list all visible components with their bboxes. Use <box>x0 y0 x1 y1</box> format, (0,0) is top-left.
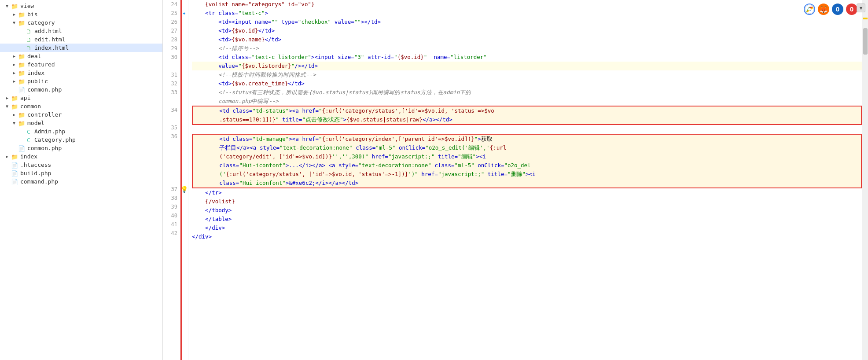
code-line-36a: <td class="td-manage"><a href="{:url('ca… <box>193 135 861 143</box>
sidebar-label-command-php: command.php <box>20 178 58 185</box>
sidebar-label-category-php: Category.php <box>34 136 76 143</box>
sidebar-item-controller[interactable]: ▶ 📁 controller <box>0 110 162 119</box>
line-num-34a: 34 <box>163 106 177 114</box>
red-box-36: <td class="td-manage"><a href="{:url('ca… <box>192 134 862 188</box>
editor-gutter: ◆ 💡 <box>180 0 188 360</box>
line-num-27: 27 <box>163 26 177 35</box>
code-line-31: <!--模板中时间戳转换为时间格式--> <box>192 70 862 79</box>
collapse-button[interactable]: ▼ <box>857 4 865 12</box>
chrome-icon[interactable] <box>804 4 815 15</box>
expand-arrow-api[interactable]: ▶ <box>4 96 11 100</box>
sidebar-item-admin-php[interactable]: C Admin.php <box>0 127 162 136</box>
sidebar-label-edit-html: edit.html <box>34 36 65 43</box>
sidebar-item-common[interactable]: ▼ 📁 common <box>0 102 162 110</box>
sidebar-item-model[interactable]: ▼ 📁 model <box>0 119 162 127</box>
expand-arrow-common[interactable]: ▼ <box>4 104 11 109</box>
line-num-42: 42 <box>163 229 177 238</box>
sidebar-item-common-php-view[interactable]: 📄 common.php <box>0 85 162 94</box>
expand-arrow-deal[interactable]: ▶ <box>11 54 18 59</box>
sidebar-item-edit-html[interactable]: 🗋 edit.html <box>0 35 162 44</box>
red-left-bar <box>180 0 182 360</box>
file-icon-edit-html: 🗋 <box>25 37 33 43</box>
sidebar-label-common: common <box>20 103 41 110</box>
code-line-36b: 子栏目</a><a style="text-decoration:none" c… <box>193 143 861 152</box>
sidebar-label-htaccess: .htaccess <box>20 162 51 168</box>
expand-arrow-index3[interactable]: ▶ <box>4 154 11 159</box>
code-line-38: {/volist} <box>192 197 862 206</box>
file-icon-command-php: 📄 <box>11 179 18 185</box>
sidebar-item-command-php[interactable]: 📄 command.php <box>0 177 162 186</box>
expand-arrow-bis[interactable]: ▶ <box>11 12 18 17</box>
line-num-31: 31 <box>163 70 177 79</box>
code-line-34a: <td class="td-status"><a href="{:url('ca… <box>193 107 861 115</box>
expand-arrow-index2[interactable]: ▶ <box>11 70 18 75</box>
expand-arrow-controller[interactable]: ▶ <box>11 112 18 117</box>
file-icon-build-php: 📄 <box>11 170 18 176</box>
sidebar-label-index2: index <box>27 70 44 76</box>
sidebar-item-common-php-common[interactable]: 📄 common.php <box>0 144 162 152</box>
code-line-36c: ('category/edit', ['id'=>$vo.id])}'','',… <box>193 152 861 161</box>
sidebar-item-view[interactable]: ▼ 📁 view <box>0 2 162 10</box>
expand-arrow-featured[interactable]: ▶ <box>11 62 18 67</box>
code-editor: 🦊 O O ▼ 24 25 26 27 28 29 30 31 32 33 34 <box>163 0 868 360</box>
expand-arrow-category[interactable]: ▼ <box>11 20 18 25</box>
sidebar-item-index3[interactable]: ▶ 📁 index <box>0 152 162 161</box>
expand-arrow-model[interactable]: ▼ <box>11 121 18 125</box>
code-line-32: <td>{$vo.create_time}</td> <box>192 79 862 88</box>
sidebar-item-build-php[interactable]: 📄 build.php <box>0 169 162 177</box>
sidebar-label-common-php-view: common.php <box>27 86 62 93</box>
svg-point-1 <box>808 8 811 11</box>
code-lines[interactable]: {volist name="categorys" id="vo"} <tr cl… <box>188 0 862 360</box>
opera-red-icon[interactable]: O <box>846 4 857 15</box>
expand-arrow-public[interactable]: ▶ <box>11 79 18 84</box>
sidebar-item-category[interactable]: ▼ 📁 category <box>0 18 162 27</box>
line-num-33a: 33 <box>163 88 177 97</box>
sidebar-label-add-html: add.html <box>34 28 62 34</box>
opera-blue-icon[interactable]: O <box>832 4 843 15</box>
code-line-41: </div> <box>192 224 862 232</box>
expand-arrow-view[interactable]: ▼ <box>4 4 11 8</box>
sidebar-item-featured[interactable]: ▶ 📁 featured <box>0 60 162 69</box>
scroll-thumb[interactable] <box>863 28 868 55</box>
sidebar-item-deal[interactable]: ▶ 📁 deal <box>0 52 162 60</box>
sidebar-item-htaccess[interactable]: 📄 .htaccess <box>0 161 162 169</box>
sidebar-label-model: model <box>27 120 44 126</box>
code-line-36f: class="Hui iconfont">&#xe6c2;</i></a></t… <box>193 179 861 187</box>
folder-icon-api: 📁 <box>11 95 18 101</box>
red-box-34: <td class="td-status"><a href="{:url('ca… <box>192 106 862 125</box>
sidebar-item-api[interactable]: ▶ 📁 api <box>0 94 162 102</box>
sidebar-item-category-php[interactable]: C Category.php <box>0 136 162 144</box>
editor-scrollbar[interactable] <box>862 0 868 360</box>
line-num-36f <box>163 176 177 185</box>
sidebar-item-index2[interactable]: ▶ 📁 index <box>0 69 162 77</box>
line-num-38: 38 <box>163 194 177 202</box>
code-line-26: <td><input name="" type="checkbox" value… <box>192 18 862 26</box>
line-num-36e <box>163 167 177 176</box>
sidebar-item-bis[interactable]: ▶ 📁 bis <box>0 10 162 18</box>
line-num-32: 32 <box>163 79 177 88</box>
sidebar-item-public[interactable]: ▶ 📁 public <box>0 77 162 85</box>
sidebar-label-public: public <box>27 78 48 84</box>
line-num-36b <box>163 141 177 150</box>
file-tree[interactable]: ▼ 📁 view ▶ 📁 bis ▼ 📁 category 🗋 add.html… <box>0 0 163 360</box>
code-line-34b: .status==1?0:1])}" title="点击修改状态">{$vo.s… <box>193 115 861 124</box>
line-num-34b <box>163 114 177 123</box>
folder-icon-common: 📁 <box>11 103 18 110</box>
line-num-37: 37 <box>163 185 177 194</box>
sidebar-label-view: view <box>20 3 34 9</box>
editor-content-area: 24 25 26 27 28 29 30 31 32 33 34 35 36 3… <box>163 0 868 360</box>
line-num-33b <box>163 97 177 106</box>
line-num-41: 41 <box>163 220 177 229</box>
sidebar-item-index-html[interactable]: 🗋 index.html <box>0 44 162 52</box>
folder-icon-index3: 📁 <box>11 154 18 160</box>
line-num-40: 40 <box>163 211 177 220</box>
line-num-36a: 36 <box>163 132 177 141</box>
firefox-icon[interactable]: 🦊 <box>818 4 829 15</box>
sidebar-item-add-html[interactable]: 🗋 add.html <box>0 27 162 35</box>
sidebar-label-index3: index <box>20 153 37 160</box>
file-icon-add-html: 🗋 <box>25 28 33 34</box>
sidebar-label-admin-php: Admin.php <box>34 128 65 135</box>
folder-icon-controller: 📁 <box>18 112 26 118</box>
folder-icon-bis: 📁 <box>18 11 26 18</box>
code-line-39: </tbody> <box>192 206 862 215</box>
